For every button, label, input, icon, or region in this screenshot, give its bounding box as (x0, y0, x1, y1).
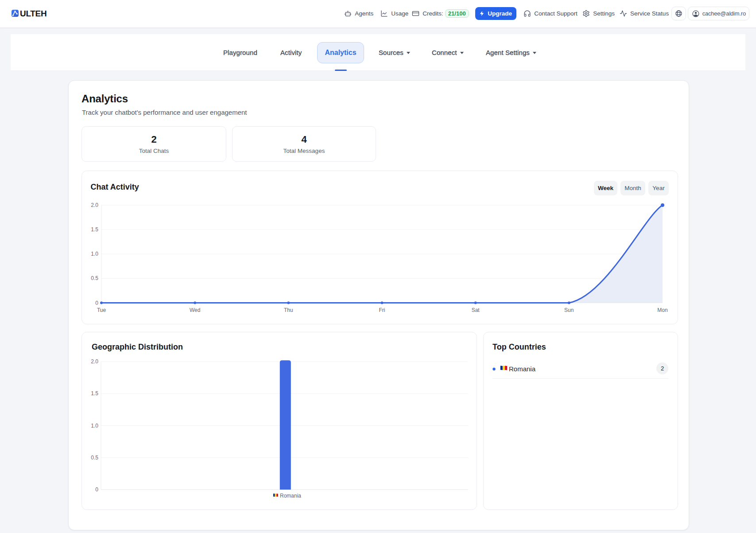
svg-text:Mon: Mon (657, 307, 667, 313)
svg-text:0: 0 (95, 486, 98, 493)
svg-text:0.5: 0.5 (91, 275, 98, 281)
svg-text:0: 0 (95, 300, 98, 306)
svg-text:Sun: Sun (564, 307, 574, 313)
svg-text:1.5: 1.5 (91, 226, 98, 233)
svg-text:1.0: 1.0 (91, 251, 98, 257)
svg-text:0.5: 0.5 (91, 455, 98, 461)
svg-text:Tue: Tue (97, 307, 106, 313)
svg-text:Thu: Thu (284, 307, 293, 313)
svg-text:2.0: 2.0 (91, 202, 98, 208)
svg-text:1.5: 1.5 (91, 390, 98, 397)
svg-text:Wed: Wed (190, 307, 200, 313)
svg-text:Sat: Sat (472, 307, 480, 313)
svg-text:1.0: 1.0 (91, 423, 98, 429)
svg-text:Romania: Romania (280, 493, 301, 499)
svg-text:2.0: 2.0 (91, 358, 98, 365)
svg-text:Fri: Fri (379, 307, 385, 313)
